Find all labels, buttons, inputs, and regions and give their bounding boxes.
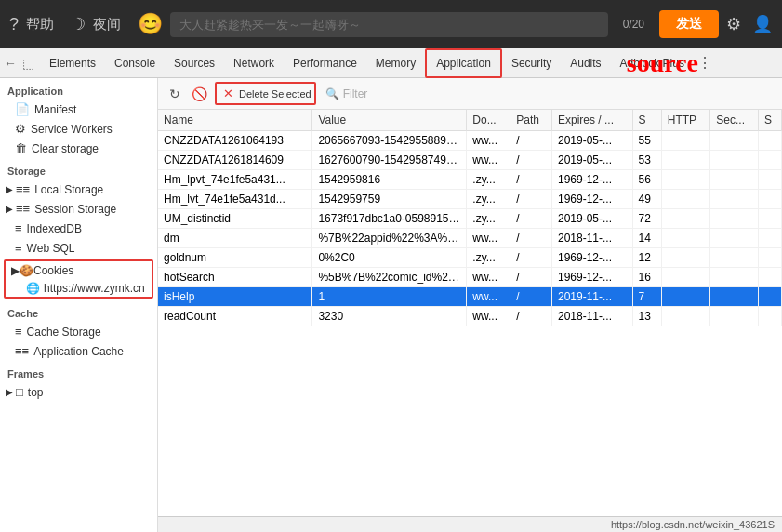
devtools-inspect-icon[interactable]: ⬚ [22,56,34,71]
tab-elements[interactable]: Elements [40,48,105,78]
sidebar: Application 📄 Manifest ⚙ Service Workers… [0,78,158,532]
cookies-url-label: https://www.zymk.cn [44,282,145,295]
table-cell: ww... [467,151,510,170]
table-cell [710,268,759,287]
sidebar-item-session-storage[interactable]: ▶ ≡≡ Session Storage [0,199,157,219]
delete-selected-button[interactable]: ✕ [219,85,237,102]
table-cell: 1969-12-... [551,190,632,209]
table-header-row: Name Value Do... Path Expires / ... S HT… [158,110,782,131]
table-row[interactable]: readCount3230ww.../2018-11-...13 [158,307,782,326]
table-cell: dm [158,229,312,248]
tab-memory[interactable]: Memory [366,48,425,78]
tab-more-icon[interactable]: ⋮ [697,54,712,72]
tab-console[interactable]: Console [105,48,165,78]
manifest-icon: 📄 [15,102,30,116]
table-cell: ww... [467,287,510,307]
sidebar-clear-label: Clear storage [32,142,99,155]
delete-selected-box: ✕ Delete Selected [215,82,316,105]
tab-network[interactable]: Network [224,48,284,78]
tab-application[interactable]: Application [425,48,502,78]
table-row[interactable]: Hm_lpvt_74e1fe5a431...1542959816.zy.../1… [158,170,782,190]
top-right-icons: ⚙ 👤 [726,14,773,34]
table-cell: ww... [467,268,510,287]
indexeddb-icon: ≡ [15,221,22,235]
col-s: S [759,110,782,131]
table-cell: isHelp [158,287,312,307]
table-row[interactable]: CNZZDATA12610641932065667093-1542955889-… [158,131,782,151]
table-cell [710,307,759,326]
chat-input[interactable] [170,12,608,37]
night-icon[interactable]: ☽ [71,14,86,34]
sidebar-item-indexeddb[interactable]: ≡ IndexedDB [0,219,157,238]
table-cell: 14 [632,229,661,248]
sidebar-item-local-storage[interactable]: ▶ ≡≡ Local Storage [0,180,157,199]
sidebar-item-cache-storage[interactable]: ≡ Cache Storage [0,322,157,341]
table-cell: / [510,190,552,209]
table-cell [759,287,782,307]
refresh-button[interactable]: ↻ [166,85,184,103]
sidebar-sw-label: Service Workers [31,123,113,136]
table-cell [759,170,782,190]
frame-icon: □ [16,385,23,399]
table-cell [661,131,710,151]
table-row[interactable]: isHelp1ww.../2019-11-...7 [158,287,782,307]
table-cell: UM_distinctid [158,209,312,229]
table-row[interactable]: Hm_lvt_74e1fe5a431d...1542959759.zy.../1… [158,190,782,209]
table-row[interactable]: CNZZDATA12618146091627600790-1542958749-… [158,151,782,170]
table-cell: / [510,229,552,248]
table-row[interactable]: goldnum0%2C0.zy.../1969-12-...12 [158,248,782,268]
table-cell [710,131,759,151]
table-cell: .zy... [467,190,510,209]
table-cell: 13 [632,307,661,326]
sidebar-ls-label: Local Storage [34,183,103,196]
sidebar-item-app-cache[interactable]: ≡≡ Application Cache [0,341,157,361]
cookies-icon: 🍪 [20,264,33,277]
sidebar-manifest-label: Manifest [34,103,76,116]
delete-tooltip: Delete Selected [239,88,311,100]
col-http: HTTP [661,110,710,131]
sidebar-item-top-frame[interactable]: ▶ □ top [0,382,157,402]
avatar-icon[interactable]: 👤 [752,14,773,34]
devtools-arrow-icon[interactable]: ← [4,56,17,71]
help-icon[interactable]: ? [9,15,19,34]
sidebar-item-manifest[interactable]: 📄 Manifest [0,100,157,119]
sidebar-cache-label: Cache Storage [27,326,101,339]
tab-performance[interactable]: Performance [284,48,366,78]
col-domain: Do... [467,110,510,131]
table-cell: 1969-12-... [551,268,632,287]
table-row[interactable]: UM_distinctid1673f917dbc1a0-05989153539c… [158,209,782,229]
table-cell [710,229,759,248]
sidebar-item-service-workers[interactable]: ⚙ Service Workers [0,119,157,139]
expand-arrow-icon2: ▶ [6,204,13,214]
tab-audits[interactable]: Audits [561,48,610,78]
table-cell [759,307,782,326]
tab-security[interactable]: Security [502,48,561,78]
sidebar-item-websql[interactable]: ≡ Web SQL [0,238,157,258]
table-cell: CNZZDATA1261064193 [158,131,312,151]
sidebar-cookies-url[interactable]: 🌐 https://www.zymk.cn [6,280,152,297]
table-cell: 1542959759 [312,190,467,209]
clear-all-button[interactable]: 🚫 [188,85,211,103]
sidebar-ss-label: Session Storage [34,203,116,216]
sidebar-section-application: Application [0,78,157,100]
sidebar-item-cookies[interactable]: ▶ 🍪 Cookies [6,261,152,280]
table-cell: Hm_lpvt_74e1fe5a431... [158,170,312,190]
table-cell: 1627600790-1542958749-%7C154... [312,151,467,170]
table-cell [710,209,759,229]
table-cell: 1969-12-... [551,248,632,268]
tab-sources[interactable]: Sources [165,48,224,78]
table-cell: 16 [632,268,661,287]
col-size: S [632,110,661,131]
table-cell [759,248,782,268]
col-sec: Sec... [710,110,759,131]
settings-icon[interactable]: ⚙ [726,14,741,34]
table-cell: 7 [632,287,661,307]
table-row[interactable]: dm%7B%22appid%22%3A%22zWIz4...ww.../2018… [158,229,782,248]
table-row[interactable]: hotSearch%5B%7B%22comic_id%22%3A1...ww..… [158,268,782,287]
status-bar: https://blog.csdn.net/weixin_43621S [158,516,782,532]
sidebar-item-clear-storage[interactable]: 🗑 Clear storage [0,139,157,158]
emoji-button[interactable]: 😊 [138,12,163,36]
table-cell: 3230 [312,307,467,326]
table-cell [759,209,782,229]
send-button[interactable]: 发送 [659,10,719,38]
